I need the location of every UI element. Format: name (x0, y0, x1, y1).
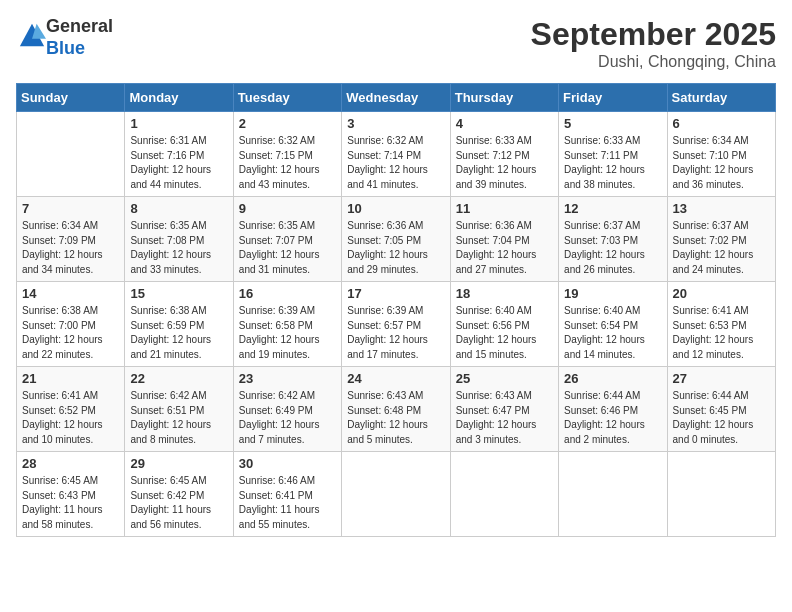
day-number: 23 (239, 371, 336, 386)
calendar-cell: 7Sunrise: 6:34 AM Sunset: 7:09 PM Daylig… (17, 197, 125, 282)
weekday-tuesday: Tuesday (233, 84, 341, 112)
day-number: 26 (564, 371, 661, 386)
calendar-cell: 8Sunrise: 6:35 AM Sunset: 7:08 PM Daylig… (125, 197, 233, 282)
calendar-week-4: 21Sunrise: 6:41 AM Sunset: 6:52 PM Dayli… (17, 367, 776, 452)
day-number: 22 (130, 371, 227, 386)
day-info: Sunrise: 6:43 AM Sunset: 6:47 PM Dayligh… (456, 389, 553, 447)
calendar-cell: 29Sunrise: 6:45 AM Sunset: 6:42 PM Dayli… (125, 452, 233, 537)
day-number: 17 (347, 286, 444, 301)
weekday-sunday: Sunday (17, 84, 125, 112)
day-number: 2 (239, 116, 336, 131)
day-number: 21 (22, 371, 119, 386)
day-info: Sunrise: 6:42 AM Sunset: 6:51 PM Dayligh… (130, 389, 227, 447)
day-number: 18 (456, 286, 553, 301)
day-info: Sunrise: 6:42 AM Sunset: 6:49 PM Dayligh… (239, 389, 336, 447)
location-title: Dushi, Chongqing, China (531, 53, 776, 71)
logo-general-text: General (46, 16, 113, 36)
day-number: 10 (347, 201, 444, 216)
logo: General Blue (16, 16, 113, 59)
title-block: September 2025 Dushi, Chongqing, China (531, 16, 776, 71)
calendar-cell: 4Sunrise: 6:33 AM Sunset: 7:12 PM Daylig… (450, 112, 558, 197)
calendar-body: 1Sunrise: 6:31 AM Sunset: 7:16 PM Daylig… (17, 112, 776, 537)
calendar-cell: 25Sunrise: 6:43 AM Sunset: 6:47 PM Dayli… (450, 367, 558, 452)
day-info: Sunrise: 6:45 AM Sunset: 6:42 PM Dayligh… (130, 474, 227, 532)
day-info: Sunrise: 6:44 AM Sunset: 6:45 PM Dayligh… (673, 389, 770, 447)
day-info: Sunrise: 6:38 AM Sunset: 6:59 PM Dayligh… (130, 304, 227, 362)
day-number: 1 (130, 116, 227, 131)
day-number: 30 (239, 456, 336, 471)
calendar-cell: 28Sunrise: 6:45 AM Sunset: 6:43 PM Dayli… (17, 452, 125, 537)
calendar-cell (342, 452, 450, 537)
calendar-cell: 30Sunrise: 6:46 AM Sunset: 6:41 PM Dayli… (233, 452, 341, 537)
day-number: 4 (456, 116, 553, 131)
day-number: 13 (673, 201, 770, 216)
calendar-cell (450, 452, 558, 537)
day-info: Sunrise: 6:41 AM Sunset: 6:53 PM Dayligh… (673, 304, 770, 362)
calendar-week-3: 14Sunrise: 6:38 AM Sunset: 7:00 PM Dayli… (17, 282, 776, 367)
day-info: Sunrise: 6:46 AM Sunset: 6:41 PM Dayligh… (239, 474, 336, 532)
day-info: Sunrise: 6:31 AM Sunset: 7:16 PM Dayligh… (130, 134, 227, 192)
day-info: Sunrise: 6:45 AM Sunset: 6:43 PM Dayligh… (22, 474, 119, 532)
day-info: Sunrise: 6:32 AM Sunset: 7:15 PM Dayligh… (239, 134, 336, 192)
day-info: Sunrise: 6:43 AM Sunset: 6:48 PM Dayligh… (347, 389, 444, 447)
calendar-cell: 26Sunrise: 6:44 AM Sunset: 6:46 PM Dayli… (559, 367, 667, 452)
logo-blue-text: Blue (46, 38, 85, 58)
day-number: 28 (22, 456, 119, 471)
day-info: Sunrise: 6:40 AM Sunset: 6:56 PM Dayligh… (456, 304, 553, 362)
calendar-cell (559, 452, 667, 537)
day-info: Sunrise: 6:34 AM Sunset: 7:10 PM Dayligh… (673, 134, 770, 192)
month-title: September 2025 (531, 16, 776, 53)
day-number: 3 (347, 116, 444, 131)
weekday-wednesday: Wednesday (342, 84, 450, 112)
weekday-saturday: Saturday (667, 84, 775, 112)
day-info: Sunrise: 6:34 AM Sunset: 7:09 PM Dayligh… (22, 219, 119, 277)
calendar-cell: 10Sunrise: 6:36 AM Sunset: 7:05 PM Dayli… (342, 197, 450, 282)
calendar-cell: 13Sunrise: 6:37 AM Sunset: 7:02 PM Dayli… (667, 197, 775, 282)
weekday-monday: Monday (125, 84, 233, 112)
logo-icon (18, 22, 46, 50)
calendar-cell: 23Sunrise: 6:42 AM Sunset: 6:49 PM Dayli… (233, 367, 341, 452)
day-info: Sunrise: 6:35 AM Sunset: 7:08 PM Dayligh… (130, 219, 227, 277)
day-number: 9 (239, 201, 336, 216)
day-info: Sunrise: 6:40 AM Sunset: 6:54 PM Dayligh… (564, 304, 661, 362)
calendar-cell: 21Sunrise: 6:41 AM Sunset: 6:52 PM Dayli… (17, 367, 125, 452)
day-info: Sunrise: 6:35 AM Sunset: 7:07 PM Dayligh… (239, 219, 336, 277)
calendar-week-5: 28Sunrise: 6:45 AM Sunset: 6:43 PM Dayli… (17, 452, 776, 537)
calendar-cell: 20Sunrise: 6:41 AM Sunset: 6:53 PM Dayli… (667, 282, 775, 367)
day-number: 6 (673, 116, 770, 131)
day-number: 5 (564, 116, 661, 131)
calendar-table: SundayMondayTuesdayWednesdayThursdayFrid… (16, 83, 776, 537)
day-info: Sunrise: 6:33 AM Sunset: 7:11 PM Dayligh… (564, 134, 661, 192)
day-info: Sunrise: 6:38 AM Sunset: 7:00 PM Dayligh… (22, 304, 119, 362)
day-info: Sunrise: 6:37 AM Sunset: 7:03 PM Dayligh… (564, 219, 661, 277)
day-info: Sunrise: 6:32 AM Sunset: 7:14 PM Dayligh… (347, 134, 444, 192)
calendar-cell: 15Sunrise: 6:38 AM Sunset: 6:59 PM Dayli… (125, 282, 233, 367)
day-info: Sunrise: 6:44 AM Sunset: 6:46 PM Dayligh… (564, 389, 661, 447)
day-number: 15 (130, 286, 227, 301)
day-number: 29 (130, 456, 227, 471)
day-info: Sunrise: 6:39 AM Sunset: 6:57 PM Dayligh… (347, 304, 444, 362)
calendar-cell: 17Sunrise: 6:39 AM Sunset: 6:57 PM Dayli… (342, 282, 450, 367)
calendar-cell: 24Sunrise: 6:43 AM Sunset: 6:48 PM Dayli… (342, 367, 450, 452)
calendar-week-2: 7Sunrise: 6:34 AM Sunset: 7:09 PM Daylig… (17, 197, 776, 282)
day-info: Sunrise: 6:39 AM Sunset: 6:58 PM Dayligh… (239, 304, 336, 362)
calendar-cell: 6Sunrise: 6:34 AM Sunset: 7:10 PM Daylig… (667, 112, 775, 197)
day-info: Sunrise: 6:37 AM Sunset: 7:02 PM Dayligh… (673, 219, 770, 277)
day-number: 24 (347, 371, 444, 386)
calendar-cell: 14Sunrise: 6:38 AM Sunset: 7:00 PM Dayli… (17, 282, 125, 367)
calendar-week-1: 1Sunrise: 6:31 AM Sunset: 7:16 PM Daylig… (17, 112, 776, 197)
day-number: 16 (239, 286, 336, 301)
day-number: 25 (456, 371, 553, 386)
calendar-cell: 16Sunrise: 6:39 AM Sunset: 6:58 PM Dayli… (233, 282, 341, 367)
day-info: Sunrise: 6:41 AM Sunset: 6:52 PM Dayligh… (22, 389, 119, 447)
weekday-thursday: Thursday (450, 84, 558, 112)
day-number: 27 (673, 371, 770, 386)
day-number: 7 (22, 201, 119, 216)
day-info: Sunrise: 6:36 AM Sunset: 7:05 PM Dayligh… (347, 219, 444, 277)
weekday-friday: Friday (559, 84, 667, 112)
day-info: Sunrise: 6:36 AM Sunset: 7:04 PM Dayligh… (456, 219, 553, 277)
day-number: 11 (456, 201, 553, 216)
calendar-cell: 12Sunrise: 6:37 AM Sunset: 7:03 PM Dayli… (559, 197, 667, 282)
calendar-cell: 22Sunrise: 6:42 AM Sunset: 6:51 PM Dayli… (125, 367, 233, 452)
calendar-cell: 19Sunrise: 6:40 AM Sunset: 6:54 PM Dayli… (559, 282, 667, 367)
